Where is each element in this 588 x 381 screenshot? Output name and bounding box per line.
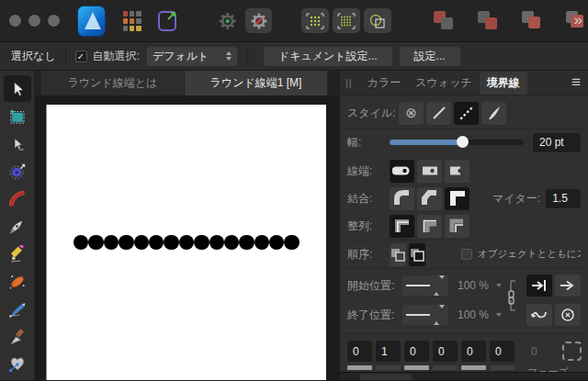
document-page[interactable] <box>47 105 326 380</box>
align-center-button[interactable] <box>390 215 414 238</box>
tab-color[interactable]: カラー <box>360 72 409 95</box>
corner-tool-icon <box>8 190 27 208</box>
vector-brush-tool[interactable] <box>4 296 31 322</box>
round-join-icon <box>393 190 412 207</box>
preferences-gear-button[interactable] <box>245 8 272 33</box>
snap-shapes-icon <box>368 13 387 29</box>
dash-value-input[interactable]: 0 <box>433 341 458 362</box>
auto-select-label: 自動選択: <box>93 49 140 64</box>
tab-swatches[interactable]: スウォッチ <box>408 72 479 95</box>
document-tab-active[interactable]: ラウンド線端1 [M] <box>185 71 327 95</box>
export-persona-icon[interactable] <box>158 11 176 31</box>
dash-value-input[interactable]: 0 <box>404 341 429 362</box>
snap-pixel-grid-button[interactable] <box>333 8 360 33</box>
point-transform-tool[interactable] <box>4 158 31 185</box>
none-stroke-icon: ⊗ <box>405 105 417 121</box>
corner-tool[interactable] <box>4 185 31 212</box>
start-percent-dropdown[interactable]: 100 % <box>458 279 505 292</box>
reverse-curve-button[interactable] <box>526 304 552 326</box>
dash-indicator <box>376 365 401 370</box>
miter-label: マイター: <box>492 191 540 207</box>
dash-value-input[interactable]: 1 <box>376 341 401 362</box>
move-tool[interactable] <box>4 75 31 102</box>
cap-round-button[interactable] <box>390 160 414 183</box>
order-behind-button[interactable] <box>390 243 406 266</box>
gear-icon[interactable] <box>217 9 238 33</box>
zoom-icon[interactable] <box>48 15 60 27</box>
dash-cell: 0 <box>433 341 458 370</box>
shape-builder-tool[interactable] <box>4 268 31 295</box>
phase-input[interactable]: 0 <box>527 341 549 362</box>
fill-tool[interactable] <box>4 351 31 377</box>
boolean-intersect-icon[interactable] <box>522 11 544 30</box>
pencil-tool[interactable] <box>4 241 31 267</box>
miter-input[interactable]: 1.5 <box>546 189 581 208</box>
bevel-join-icon <box>421 190 439 207</box>
cap-row: 線端: <box>340 157 588 185</box>
snap-shapes-button[interactable] <box>364 8 391 33</box>
dash-value-input[interactable]: 0 <box>490 341 514 362</box>
document-settings-button[interactable]: ドキュメント設定... <box>264 47 392 66</box>
align-outside-button[interactable] <box>445 215 469 238</box>
affinity-designer-logo-icon[interactable] <box>78 6 105 36</box>
shape-builder-tool-icon <box>8 273 27 291</box>
end-position-row: 終了位置: 100 % <box>340 301 588 329</box>
style-none-button[interactable]: ⊗ <box>399 102 424 125</box>
selection-status: 選択なし <box>11 49 56 64</box>
style-brush-button[interactable] <box>481 102 506 125</box>
settings-button[interactable]: 設定... <box>400 47 460 66</box>
minimize-icon[interactable] <box>28 15 40 27</box>
panel-scrollbar[interactable] <box>340 372 588 380</box>
cap-square-button[interactable] <box>417 160 442 183</box>
style-solid-button[interactable] <box>426 102 451 125</box>
style-dash-button[interactable] <box>454 102 479 125</box>
scrollbar-thumb[interactable] <box>360 374 412 380</box>
canvas-area[interactable] <box>35 95 340 380</box>
knife-tool[interactable] <box>4 323 31 350</box>
auto-select-checkbox[interactable]: ✓ <box>75 50 87 62</box>
start-percent-value: 100 % <box>458 279 489 292</box>
panel-drag-handle[interactable]: || <box>345 77 353 88</box>
line-dot <box>269 235 284 250</box>
join-miter-button[interactable] <box>445 187 469 210</box>
join-label: 結合: <box>347 191 390 207</box>
arrow-to-bar-button[interactable] <box>526 275 552 297</box>
scale-with-object-checkbox[interactable] <box>461 249 472 260</box>
point-transform-tool-icon <box>8 162 27 181</box>
pen-tool[interactable] <box>4 213 31 240</box>
join-round-button[interactable] <box>390 187 414 210</box>
tab-stroke[interactable]: 境界線 <box>480 72 527 95</box>
start-pressure-dropdown[interactable] <box>402 275 448 296</box>
pixel-persona-icon[interactable] <box>123 11 141 31</box>
document-tab-inactive[interactable]: ラウンド線端とは <box>41 71 184 95</box>
end-pressure-dropdown[interactable] <box>402 305 448 325</box>
boolean-subtract-icon[interactable] <box>478 11 500 30</box>
cap-label: 線端: <box>347 163 390 179</box>
dash-selection-button[interactable] <box>562 342 582 361</box>
dotted-line[interactable] <box>74 235 300 250</box>
dash-value-input[interactable]: 0 <box>347 341 372 362</box>
join-bevel-button[interactable] <box>417 187 442 210</box>
pressure-profile-icon <box>406 285 430 286</box>
order-front-button[interactable] <box>409 243 425 266</box>
align-inside-button[interactable] <box>417 215 442 238</box>
cycle-dash-button[interactable] <box>555 304 581 326</box>
end-percent-dropdown[interactable]: 100 % <box>458 308 505 321</box>
stroke-width-slider-handle[interactable] <box>457 136 469 148</box>
stroke-width-input[interactable]: 20 pt <box>533 133 581 152</box>
snap-grid-button[interactable] <box>301 8 329 33</box>
canvas-column: ラウンド線端とは ラウンド線端1 [M] <box>35 71 340 380</box>
panel-menu-icon[interactable]: ≡ <box>571 73 581 92</box>
artboard-tool[interactable] <box>4 103 31 129</box>
stroke-width-slider[interactable] <box>390 137 524 148</box>
close-icon[interactable] <box>9 15 21 27</box>
node-tool[interactable] <box>4 130 31 157</box>
dash-value-input[interactable]: 0 <box>461 341 486 362</box>
snap-grid-icon <box>306 13 324 29</box>
dash-cell: 0 <box>490 341 514 370</box>
boolean-add-icon[interactable] <box>434 11 456 30</box>
toolbar-overflow-chevron[interactable]: » <box>574 11 581 29</box>
cap-butt-button[interactable] <box>445 160 469 183</box>
preset-dropdown[interactable]: デフォルト <box>147 47 237 66</box>
arrow-button[interactable] <box>555 275 581 297</box>
